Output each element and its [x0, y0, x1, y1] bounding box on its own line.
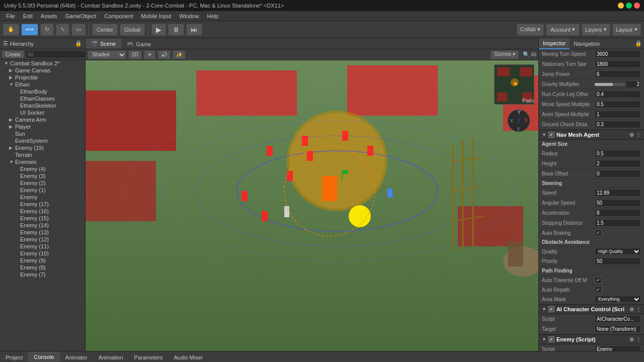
quality-dropdown[interactable]: High Quality Medium Quality Low Quality	[595, 248, 641, 255]
menu-mobile-input[interactable]: Mobile Input	[137, 11, 175, 21]
enemy-script-checkbox[interactable]: ✓	[548, 336, 554, 342]
hierarchy-item-enemy15[interactable]: Enemy (15)	[0, 215, 85, 222]
hierarchy-item-enemy4[interactable]: Enemy (4)	[0, 165, 85, 172]
tab-animation[interactable]: Animation	[93, 352, 129, 362]
layers-dropdown[interactable]: Layers ▾	[582, 24, 610, 36]
create-button[interactable]: Create	[2, 50, 24, 58]
hand-tool[interactable]: ✋	[3, 24, 19, 36]
acceleration-value[interactable]	[595, 209, 641, 217]
hierarchy-item-enemy2[interactable]: Enemy (2)	[0, 179, 85, 187]
effects-toggle[interactable]: ✨	[173, 50, 186, 59]
ai-script-value[interactable]	[595, 315, 641, 323]
hierarchy-search[interactable]	[25, 50, 94, 58]
hierarchy-item-ethanbody[interactable]: EthanBody	[0, 88, 85, 95]
tab-project[interactable]: Project	[0, 352, 28, 362]
nav-mesh-agent-section[interactable]: ▼ ✓ Nav Mesh Agent ⚙ ⋮	[539, 130, 644, 140]
hierarchy-item-enemy14[interactable]: Enemy (14)	[0, 222, 85, 229]
hierarchy-item-enemy17[interactable]: Enemy (17)	[0, 201, 85, 208]
moving-turn-value[interactable]	[595, 50, 641, 58]
hierarchy-item-enemy9[interactable]: Enemy (9)	[0, 257, 85, 264]
collab-button[interactable]: Collab ▾	[517, 24, 544, 36]
inspector-lock-icon[interactable]: 🔒	[635, 40, 642, 47]
window-controls[interactable]	[618, 3, 640, 9]
menu-edit[interactable]: Edit	[19, 11, 37, 21]
auto-repath-checkbox[interactable]: ✓	[595, 286, 602, 293]
auto-braking-checkbox[interactable]: ✓	[595, 229, 602, 236]
menu-assets[interactable]: Assets	[37, 11, 61, 21]
nav-mesh-more-icon[interactable]: ⋮	[636, 132, 641, 138]
hierarchy-item-enemy13[interactable]: Enemy (13)	[0, 229, 85, 236]
menu-component[interactable]: Component	[100, 11, 137, 21]
tab-audio-mixer[interactable]: Audio Mixer	[168, 352, 208, 362]
hierarchy-item-ethan[interactable]: ▼ Ethan	[0, 81, 85, 88]
tab-game[interactable]: 🎮 Game	[121, 39, 156, 49]
jump-power-value[interactable]	[595, 70, 641, 78]
move-tool[interactable]: ⟺	[21, 24, 38, 36]
hierarchy-item-game-canvas[interactable]: ▶ Game Canvas	[0, 67, 85, 74]
minimize-button[interactable]	[618, 3, 624, 9]
layout-dropdown[interactable]: Layout ▾	[612, 24, 641, 36]
hierarchy-item-sun[interactable]: Sun	[0, 130, 85, 137]
enemy-script-file-value[interactable]	[595, 345, 641, 351]
account-button[interactable]: Account ▾	[546, 24, 580, 36]
anim-speed-value[interactable]	[595, 111, 641, 118]
ground-check-value[interactable]	[595, 121, 641, 128]
hierarchy-item-enemy1[interactable]: Enemy (1)	[0, 187, 85, 194]
angular-speed-value[interactable]	[595, 199, 641, 207]
hierarchy-item-enemy11[interactable]: Enemy (11)	[0, 243, 85, 250]
ai-char-more-icon[interactable]: ⋮	[636, 307, 641, 312]
enemy-settings-icon[interactable]: ⚙	[629, 337, 634, 342]
hierarchy-item-ethanglasses[interactable]: EthanGlasses	[0, 95, 85, 102]
tab-inspector[interactable]: Inspector	[539, 38, 570, 49]
radius-value[interactable]	[595, 150, 641, 157]
speed-value[interactable]	[595, 189, 641, 197]
hierarchy-item-enemy8[interactable]: Enemy (8)	[0, 264, 85, 271]
priority-value[interactable]	[595, 257, 641, 265]
audio-toggle[interactable]: 🔊	[157, 50, 171, 59]
tab-console[interactable]: Console	[28, 352, 59, 362]
hierarchy-item-enemy12[interactable]: Enemy (12)	[0, 236, 85, 243]
gravity-slider[interactable]	[595, 83, 625, 86]
step-button[interactable]: ⏭	[186, 24, 202, 36]
gizmos-dropdown[interactable]: Gizmos ▾	[491, 50, 519, 59]
hierarchy-item-enemy16[interactable]: Enemy (16)	[0, 208, 85, 215]
nav-mesh-settings-icon[interactable]: ⚙	[629, 132, 634, 138]
base-offset-value[interactable]	[595, 170, 641, 177]
2d-toggle[interactable]: 2D	[128, 50, 142, 59]
hierarchy-item-projectile[interactable]: ▶ Projectile	[0, 74, 85, 81]
ai-character-checkbox[interactable]: ✓	[548, 306, 554, 312]
tab-scene[interactable]: 🎬 Scene	[86, 39, 121, 49]
stationary-turn-value[interactable]	[595, 60, 641, 68]
hierarchy-item-enemies[interactable]: ▼ Enemies	[0, 158, 85, 165]
tab-navigation[interactable]: Navigation	[570, 38, 604, 49]
pause-button[interactable]: ⏸	[168, 24, 184, 36]
hierarchy-item-enemy3[interactable]: Enemy (3)	[0, 172, 85, 179]
enemy-more-icon[interactable]: ⋮	[636, 337, 641, 342]
tab-parameters[interactable]: Parameters	[129, 352, 169, 362]
nav-mesh-checkbox[interactable]: ✓	[548, 132, 554, 138]
run-cycle-value[interactable]	[595, 90, 641, 98]
ai-char-settings-icon[interactable]: ⚙	[629, 307, 634, 312]
enemy-script-section[interactable]: ▼ ✓ Enemy (Script) ⚙ ⋮	[539, 334, 644, 344]
menu-window[interactable]: Window	[175, 11, 203, 21]
area-mask-dropdown[interactable]: Everything Nothing	[595, 296, 641, 303]
height-value[interactable]	[595, 160, 641, 167]
scale-tool[interactable]: ⤡	[56, 24, 69, 36]
scene-viewport[interactable]: Patrap Y y x X Z	[86, 60, 538, 351]
play-button[interactable]: ▶	[151, 24, 166, 36]
tab-animator[interactable]: Animator	[60, 352, 93, 362]
gravity-value[interactable]	[626, 80, 641, 88]
hierarchy-item-combat-sandbox[interactable]: ▼ Combat Sandbox 2*	[0, 60, 85, 67]
ai-character-section[interactable]: ▼ ✓ AI Character Control (Scri ⚙ ⋮	[539, 304, 644, 314]
close-button[interactable]	[634, 3, 640, 9]
menu-file[interactable]: File	[2, 11, 19, 21]
hierarchy-item-enemy7[interactable]: Enemy (7)	[0, 271, 85, 278]
hierarchy-lock[interactable]: 🔒	[75, 40, 82, 47]
global-toggle[interactable]: Global	[120, 24, 145, 36]
shading-dropdown[interactable]: Shaded Wireframe	[88, 50, 126, 59]
hierarchy-item-enemy10[interactable]: Enemy (10)	[0, 250, 85, 257]
maximize-button[interactable]	[626, 3, 632, 9]
hierarchy-item-uisocket[interactable]: UI Socket	[0, 109, 85, 116]
hierarchy-item-enemy19[interactable]: ▶ Enemy (19)	[0, 144, 85, 151]
center-toggle[interactable]: Center	[92, 24, 118, 36]
